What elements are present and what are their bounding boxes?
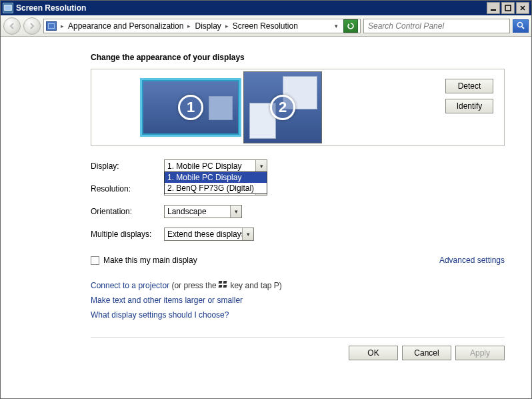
display-row: Display: 1. Mobile PC Display ▾ 1. Mobil… xyxy=(91,158,505,174)
svg-rect-1 xyxy=(491,9,496,11)
chevron-right-icon: ▸ xyxy=(61,23,64,29)
display-select[interactable]: 1. Mobile PC Display ▾ xyxy=(164,159,267,173)
breadcrumb-item[interactable]: Screen Resolution xyxy=(233,21,298,31)
main-display-row: Make this my main display Advanced setti… xyxy=(91,256,505,265)
chevron-right-icon: ▸ xyxy=(187,23,191,29)
main-content: Change the appearance of your displays 1… xyxy=(1,37,531,360)
svg-rect-2 xyxy=(505,5,511,11)
orientation-select[interactable]: Landscape ▾ xyxy=(164,205,242,218)
multiple-displays-select[interactable]: Extend these displays ▾ xyxy=(164,228,254,241)
multiple-displays-row: Multiple displays: Extend these displays… xyxy=(91,226,505,242)
display-label: Display: xyxy=(91,161,164,171)
main-display-checkbox[interactable] xyxy=(91,256,99,265)
detect-button[interactable]: Detect xyxy=(445,79,493,93)
help-links: Connect to a projector (or press the key… xyxy=(91,278,505,322)
projector-link-row: Connect to a projector (or press the key… xyxy=(91,278,505,293)
monitor-2[interactable]: 2 xyxy=(243,71,322,143)
multiple-displays-value: Extend these displays xyxy=(167,230,245,239)
display-select-value: 1. Mobile PC Display xyxy=(167,161,241,171)
breadcrumb-item[interactable]: Appearance and Personalization xyxy=(68,21,183,31)
search-field[interactable] xyxy=(363,19,510,33)
maximize-button[interactable] xyxy=(501,2,515,14)
dropdown-option[interactable]: 2. BenQ FP73G (Digital) xyxy=(165,183,267,193)
cancel-button[interactable]: Cancel xyxy=(402,346,451,360)
window-title: Screen Resolution xyxy=(16,3,485,13)
monitor-arrangement-box[interactable]: 1 2 Detect Identify xyxy=(91,69,505,146)
page-title: Change the appearance of your displays xyxy=(91,53,505,62)
app-icon xyxy=(3,3,13,13)
search-button[interactable] xyxy=(513,19,529,33)
search-input[interactable] xyxy=(367,21,509,31)
display-dropdown-list: 1. Mobile PC Display 2. BenQ FP73G (Digi… xyxy=(164,171,267,194)
apply-button[interactable]: Apply xyxy=(455,346,505,360)
orientation-label: Orientation: xyxy=(91,207,164,216)
dropdown-option[interactable]: 1. Mobile PC Display xyxy=(165,172,267,183)
svg-rect-0 xyxy=(5,5,12,11)
chevron-down-icon: ▾ xyxy=(230,206,241,218)
dialog-buttons: OK Cancel Apply xyxy=(91,346,505,360)
breadcrumb-item[interactable]: Display xyxy=(195,21,221,31)
resolution-row: Resolution: ▾ xyxy=(91,181,505,197)
orientation-select-value: Landscape xyxy=(167,207,207,216)
monitor-number: 2 xyxy=(270,95,295,120)
connect-projector-link[interactable]: Connect to a projector xyxy=(91,281,169,290)
projector-text-a: (or press the xyxy=(169,281,219,290)
close-button[interactable] xyxy=(516,2,529,14)
address-bar[interactable]: ▸ Appearance and Personalization ▸ Displ… xyxy=(43,19,361,33)
larger-text-link[interactable]: Make text and other items larger or smal… xyxy=(91,293,505,308)
forward-button[interactable] xyxy=(23,17,41,35)
chevron-down-icon: ▾ xyxy=(255,160,267,172)
projector-text-b: key and tap P) xyxy=(228,281,282,290)
monitor-decoration xyxy=(209,96,233,120)
main-display-label: Make this my main display xyxy=(103,256,197,265)
ok-button[interactable]: OK xyxy=(349,346,398,360)
monitor-1[interactable]: 1 xyxy=(142,80,239,135)
resolution-label: Resolution: xyxy=(91,184,164,193)
monitor-number: 1 xyxy=(178,95,203,120)
orientation-row: Orientation: Landscape ▾ xyxy=(91,204,505,220)
separator xyxy=(91,337,505,338)
svg-line-6 xyxy=(522,27,524,29)
chevron-down-icon[interactable]: ▾ xyxy=(332,23,341,29)
navigation-bar: ▸ Appearance and Personalization ▸ Displ… xyxy=(1,15,531,37)
svg-point-5 xyxy=(517,23,522,27)
back-button[interactable] xyxy=(3,17,21,35)
minimize-button[interactable] xyxy=(487,2,500,14)
display-icon xyxy=(46,21,57,31)
window-titlebar: Screen Resolution xyxy=(1,1,531,15)
chevron-down-icon: ▾ xyxy=(242,228,253,240)
what-settings-link[interactable]: What display settings should I choose? xyxy=(91,308,505,322)
refresh-button[interactable] xyxy=(343,19,358,33)
multiple-displays-label: Multiple displays: xyxy=(91,230,164,239)
windows-key-icon xyxy=(219,281,228,289)
chevron-right-icon: ▸ xyxy=(225,23,229,29)
advanced-settings-link[interactable]: Advanced settings xyxy=(439,256,505,265)
identify-button[interactable]: Identify xyxy=(445,99,493,113)
